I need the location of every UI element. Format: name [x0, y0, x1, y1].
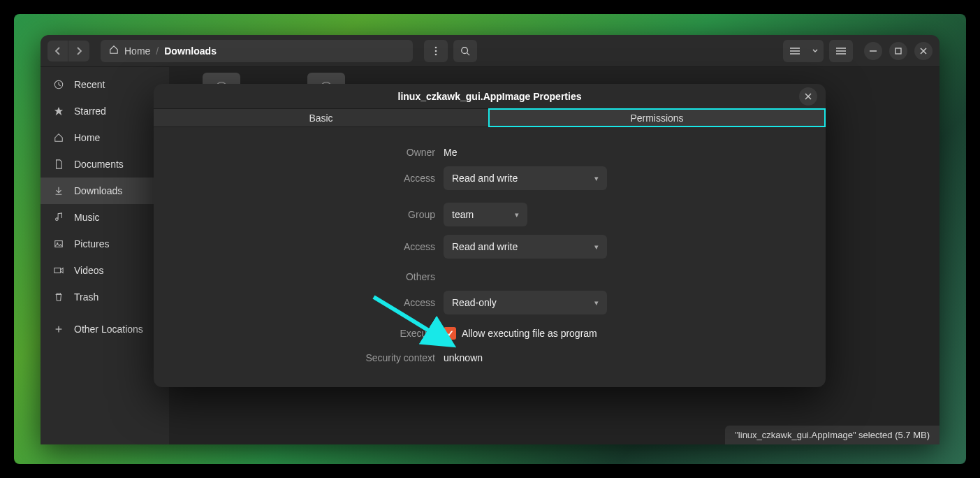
security-context-row: Security context unknown: [308, 352, 671, 363]
group-access-row: Access Read and write ▾: [308, 235, 671, 259]
select-value: Read and write: [452, 241, 518, 252]
view-mode-group: [783, 40, 824, 62]
document-icon: [53, 159, 64, 169]
breadcrumb-separator: /: [156, 45, 159, 57]
hamburger-menu-button[interactable]: [829, 40, 853, 62]
svg-rect-18: [54, 268, 61, 273]
group-row: Group team ▾: [308, 203, 671, 226]
dialog-title: linux_czkawk_gui.AppImage Properties: [398, 91, 582, 102]
chevron-down-icon: ▾: [594, 174, 599, 183]
select-value: Read and write: [452, 173, 518, 184]
svg-point-3: [461, 47, 467, 53]
owner-access-row: Access Read and write ▾: [308, 166, 671, 190]
sidebar-item-label: Home: [74, 132, 100, 143]
group-access-select[interactable]: Read and write ▾: [444, 235, 607, 259]
sidebar: Recent Starred Home Documents Downloads …: [41, 67, 169, 444]
dialog-close-button[interactable]: [799, 87, 817, 106]
dialog-body: Owner Me Access Read and write ▾ Group t…: [154, 127, 826, 387]
maximize-button[interactable]: [889, 42, 907, 60]
sidebar-item-label: Recent: [74, 79, 105, 90]
chevron-down-icon: ▾: [594, 242, 599, 252]
execute-checkbox[interactable]: ✓: [444, 327, 456, 340]
sidebar-item-other-locations[interactable]: Other Locations: [41, 316, 169, 342]
execute-label: Execute: [308, 328, 444, 339]
sidebar-item-music[interactable]: Music: [41, 204, 169, 231]
others-access-select[interactable]: Read-only ▾: [444, 291, 607, 314]
sidebar-item-label: Videos: [74, 265, 104, 276]
owner-label: Owner: [308, 147, 444, 158]
sidebar-item-documents[interactable]: Documents: [41, 151, 169, 178]
owner-row: Owner Me: [308, 147, 671, 158]
breadcrumb-current[interactable]: Downloads: [164, 45, 217, 57]
tab-label: Permissions: [630, 113, 683, 124]
clock-icon: [53, 80, 64, 89]
picture-icon: [53, 239, 64, 249]
plus-icon: [53, 324, 64, 334]
kebab-menu-button[interactable]: [424, 40, 448, 62]
group-label: Group: [308, 209, 444, 220]
tab-basic[interactable]: Basic: [154, 108, 488, 127]
chevron-down-icon: ▾: [594, 298, 599, 307]
others-row: Others: [308, 271, 671, 282]
sidebar-item-label: Documents: [74, 159, 124, 170]
owner-value: Me: [444, 147, 457, 158]
svg-rect-16: [55, 241, 63, 247]
minimize-button[interactable]: [864, 42, 882, 60]
group-select[interactable]: team ▾: [444, 203, 527, 226]
svg-point-2: [434, 53, 437, 55]
tab-label: Basic: [309, 113, 332, 124]
view-dropdown-button[interactable]: [807, 40, 824, 62]
close-button[interactable]: [914, 42, 933, 60]
execute-checkbox-label: Allow executing file as program: [462, 328, 597, 339]
tab-permissions[interactable]: Permissions: [488, 108, 826, 127]
sidebar-item-recent[interactable]: Recent: [41, 71, 169, 98]
select-value: Read-only: [452, 297, 497, 308]
sidebar-item-home[interactable]: Home: [41, 124, 169, 151]
sidebar-item-videos[interactable]: Videos: [41, 257, 169, 284]
toolbar: Home / Downloads: [41, 35, 939, 67]
others-access-row: Access Read-only ▾: [308, 291, 671, 314]
sidebar-item-label: Music: [74, 212, 100, 223]
nav-button-group: [47, 41, 89, 61]
select-value: team: [452, 209, 474, 220]
breadcrumb[interactable]: Home / Downloads: [101, 40, 413, 62]
svg-line-4: [467, 52, 469, 55]
list-view-button[interactable]: [783, 40, 807, 62]
home-icon: [109, 45, 119, 57]
sidebar-item-trash[interactable]: Trash: [41, 284, 169, 310]
sidebar-item-starred[interactable]: Starred: [41, 98, 169, 124]
sidebar-item-downloads[interactable]: Downloads: [41, 178, 169, 204]
sidebar-item-label: Pictures: [74, 238, 110, 249]
execute-row: Execute ✓ Allow executing file as progra…: [308, 327, 671, 340]
svg-rect-12: [895, 48, 901, 54]
forward-button[interactable]: [68, 41, 89, 61]
chevron-down-icon: ▾: [515, 210, 519, 219]
security-context-value: unknown: [444, 352, 483, 363]
sidebar-item-label: Downloads: [74, 185, 122, 196]
status-text: "linux_czkawk_gui.AppImage" selected (5.…: [735, 430, 930, 440]
star-icon: [53, 106, 64, 116]
trash-icon: [53, 292, 64, 302]
sidebar-item-label: Trash: [74, 291, 98, 303]
search-button[interactable]: [453, 40, 477, 62]
music-icon: [53, 212, 64, 222]
access-label: Access: [308, 241, 444, 252]
sidebar-item-label: Other Locations: [74, 324, 143, 335]
dialog-tabs: Basic Permissions: [154, 108, 826, 127]
owner-access-select[interactable]: Read and write ▾: [444, 166, 607, 190]
svg-point-0: [434, 46, 437, 48]
svg-point-1: [434, 50, 437, 52]
access-label: Access: [308, 297, 444, 308]
others-label: Others: [308, 271, 444, 282]
security-context-label: Security context: [308, 352, 444, 363]
back-button[interactable]: [47, 41, 68, 61]
sidebar-item-pictures[interactable]: Pictures: [41, 231, 169, 257]
window-controls: [864, 42, 933, 60]
properties-dialog: linux_czkawk_gui.AppImage Properties Bas…: [154, 84, 826, 387]
home-icon: [53, 133, 64, 143]
sidebar-item-label: Starred: [74, 106, 106, 117]
breadcrumb-home[interactable]: Home: [124, 45, 150, 57]
dialog-header: linux_czkawk_gui.AppImage Properties: [154, 84, 826, 108]
status-bar: "linux_czkawk_gui.AppImage" selected (5.…: [725, 426, 939, 444]
access-label: Access: [308, 173, 444, 184]
